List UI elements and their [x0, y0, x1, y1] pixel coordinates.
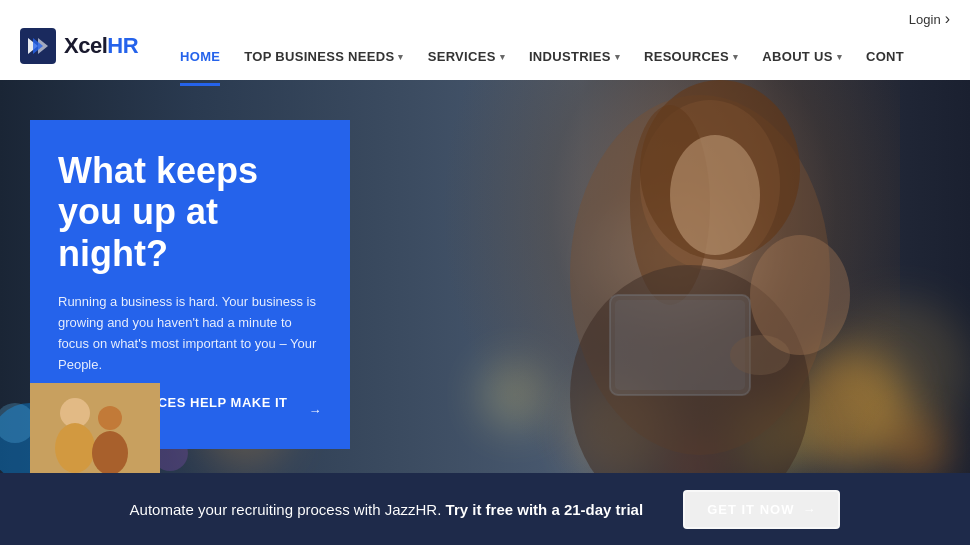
- login-label: Login: [909, 12, 941, 27]
- logo[interactable]: XcelHR: [20, 28, 138, 64]
- banner-button-label: GET IT NOW: [707, 502, 794, 517]
- preview-svg: [30, 383, 160, 473]
- banner-cta-button[interactable]: GET IT NOW →: [683, 490, 840, 529]
- svg-point-4: [670, 135, 760, 255]
- header-inner: XcelHR HOME TOP BUSINESS NEEDS ▾ SERVICE…: [20, 0, 950, 80]
- banner-button-arrow: →: [802, 502, 816, 517]
- woman-figure: [420, 75, 920, 525]
- nav-item-contact[interactable]: CONT: [854, 49, 916, 64]
- hero-heading: What keeps you up at night?: [58, 150, 322, 274]
- chevron-down-icon: ▾: [500, 52, 505, 62]
- logo-icon: [20, 28, 56, 64]
- svg-point-9: [750, 235, 850, 355]
- banner-text: Automate your recruiting process with Ja…: [130, 501, 644, 518]
- preview-image: [30, 383, 160, 473]
- logo-prefix: Xcel: [64, 33, 107, 58]
- hero-body-text: Running a business is hard. Your busines…: [58, 292, 322, 375]
- nav-item-home[interactable]: HOME: [168, 49, 232, 64]
- chevron-down-icon: ▾: [837, 52, 842, 62]
- nav-item-about[interactable]: ABOUT US ▾: [750, 49, 854, 64]
- bottom-banner: Automate your recruiting process with Ja…: [0, 473, 970, 545]
- nav-item-services[interactable]: SERVICES ▾: [416, 49, 517, 64]
- nav-item-resources[interactable]: RESOURCES ▾: [632, 49, 750, 64]
- login-arrow: ›: [945, 10, 950, 28]
- main-nav: HOME TOP BUSINESS NEEDS ▾ SERVICES ▾ IND…: [168, 49, 916, 64]
- nav-item-industries[interactable]: INDUSTRIES ▾: [517, 49, 632, 64]
- logo-suffix: HR: [107, 33, 138, 58]
- svg-rect-19: [30, 383, 160, 473]
- chevron-down-icon: ▾: [733, 52, 738, 62]
- logo-text: XcelHR: [64, 33, 138, 59]
- nav-item-top-business[interactable]: TOP BUSINESS NEEDS ▾: [232, 49, 415, 64]
- chevron-down-icon: ▾: [398, 52, 403, 62]
- chevron-down-icon: ▾: [615, 52, 620, 62]
- login-button[interactable]: Login ›: [909, 10, 950, 28]
- cta-arrow-icon: →: [309, 403, 323, 418]
- header: Login › XcelHR HOME TOP BUSINESS NEEDS ▾: [0, 0, 970, 80]
